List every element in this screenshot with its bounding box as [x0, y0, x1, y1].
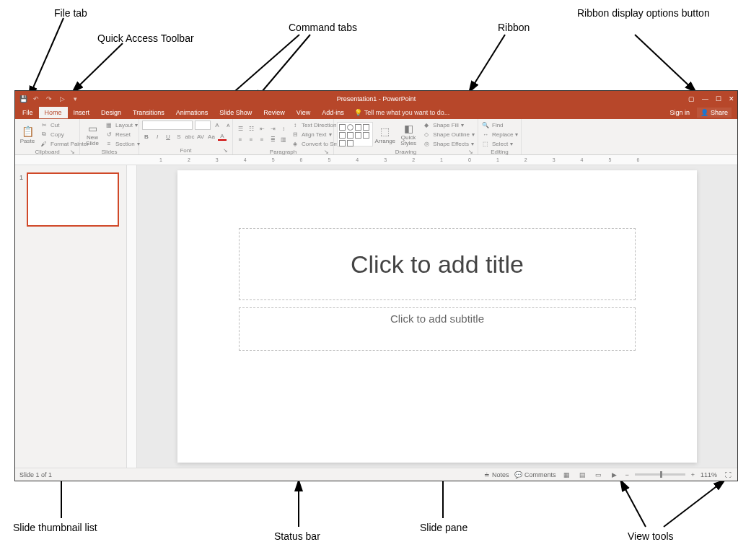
- group-label-font: Font↘: [142, 146, 229, 154]
- save-icon[interactable]: 💾: [19, 95, 27, 103]
- lightbulb-icon: 💡: [354, 109, 362, 116]
- tab-transitions[interactable]: Transitions: [127, 107, 170, 118]
- subtitle-placeholder[interactable]: Click to add subtitle: [239, 307, 636, 351]
- paste-button[interactable]: 📋 Paste: [18, 125, 37, 144]
- undo-icon[interactable]: ↶: [32, 95, 40, 103]
- reading-view-icon[interactable]: ▭: [593, 471, 603, 479]
- paste-label: Paste: [20, 138, 35, 144]
- redo-icon[interactable]: ↷: [45, 95, 53, 103]
- dialog-launcher-paragraph[interactable]: ↘: [323, 149, 329, 155]
- start-slideshow-icon[interactable]: ▷: [58, 95, 66, 103]
- notes-button[interactable]: ≐ Notes: [484, 471, 509, 478]
- align-center-button[interactable]: ≡: [247, 136, 255, 144]
- group-label-editing: Editing: [481, 148, 518, 156]
- normal-view-icon[interactable]: ▦: [561, 471, 571, 479]
- tab-file[interactable]: File: [18, 107, 39, 118]
- status-bar: Slide 1 of 1 ≐ Notes 💬 Comments ▦ ▤ ▭ ▶ …: [15, 468, 737, 481]
- spacing-button[interactable]: AV: [196, 132, 205, 141]
- decrease-font-icon[interactable]: ᴀ: [224, 121, 232, 130]
- group-label-slides: Slides: [83, 148, 136, 156]
- slide-pane[interactable]: Click to add title Click to add subtitle: [137, 165, 737, 468]
- font-size-combo[interactable]: [195, 121, 211, 130]
- find-button[interactable]: 🔍Find: [481, 121, 518, 129]
- tell-me-search[interactable]: 💡 Tell me what you want to do...: [354, 109, 450, 116]
- slide-canvas[interactable]: Click to add title Click to add subtitle: [177, 170, 697, 463]
- columns-button[interactable]: ▥: [279, 136, 288, 144]
- tab-design[interactable]: Design: [95, 107, 127, 118]
- indent-inc-button[interactable]: ⇥: [268, 125, 277, 134]
- cut-icon: ✂: [40, 121, 48, 129]
- svg-line-5: [635, 35, 696, 92]
- app-window: 💾 ↶ ↷ ▷ ▾ Presentation1 - PowerPoint ▢ —…: [14, 90, 738, 481]
- bold-button[interactable]: B: [142, 132, 151, 141]
- shape-effects-button[interactable]: ◎Shape Effects ▾: [422, 139, 475, 148]
- copy-icon: ⧉: [40, 130, 48, 139]
- zoom-level[interactable]: 111%: [701, 471, 717, 478]
- reset-button[interactable]: ↺Reset: [105, 130, 140, 139]
- shape-outline-button[interactable]: ◇Shape Outline ▾: [422, 130, 475, 139]
- quick-styles-icon: ◧: [402, 122, 415, 135]
- qat-customize-icon[interactable]: ▾: [71, 95, 79, 103]
- title-placeholder[interactable]: Click to add title: [239, 228, 636, 300]
- justify-button[interactable]: ≣: [268, 136, 277, 144]
- align-right-button[interactable]: ≡: [258, 136, 266, 144]
- section-icon: ≡: [105, 139, 113, 148]
- minimize-icon[interactable]: —: [702, 95, 708, 102]
- horizontal-ruler: 123456543210123456: [15, 155, 737, 165]
- layout-button[interactable]: ▦Layout ▾: [105, 121, 140, 129]
- tab-review[interactable]: Review: [258, 107, 291, 118]
- slideshow-view-icon[interactable]: ▶: [609, 471, 619, 479]
- shape-fill-button[interactable]: ◆Shape Fill ▾: [422, 121, 475, 129]
- ribbon-tabs: File Home Insert Design Transitions Anim…: [15, 106, 737, 119]
- fit-to-window-icon[interactable]: ⛶: [723, 471, 733, 479]
- find-icon: 🔍: [481, 121, 490, 129]
- signin-link[interactable]: Sign in: [669, 109, 690, 116]
- bullets-button[interactable]: ☰: [236, 125, 245, 134]
- ribbon-display-options-icon[interactable]: ▢: [688, 95, 695, 102]
- svg-line-0: [29, 18, 63, 97]
- arrange-button[interactable]: ⬚Arrange: [376, 125, 395, 144]
- slide-thumbnail[interactable]: 1: [27, 172, 119, 227]
- shapes-gallery[interactable]: [337, 122, 373, 146]
- case-button[interactable]: Aa: [207, 132, 216, 141]
- reset-icon: ↺: [105, 130, 113, 139]
- tab-animations[interactable]: Animations: [170, 107, 214, 118]
- section-button[interactable]: ≡Section ▾: [105, 139, 140, 148]
- quick-styles-button[interactable]: ◧Quick Styles: [398, 122, 419, 146]
- tab-insert[interactable]: Insert: [68, 107, 96, 118]
- dialog-launcher-font[interactable]: ↘: [222, 148, 228, 154]
- indent-dec-button[interactable]: ⇤: [258, 125, 266, 134]
- share-button[interactable]: 👤 Share: [697, 108, 732, 118]
- dialog-launcher-drawing[interactable]: ↘: [467, 149, 473, 155]
- new-slide-button[interactable]: ▭ New Slide: [83, 122, 102, 146]
- shadow-button[interactable]: S: [175, 132, 183, 141]
- maximize-icon[interactable]: ☐: [716, 95, 721, 102]
- zoom-in-button[interactable]: +: [691, 471, 695, 478]
- line-spacing-button[interactable]: ↕: [279, 125, 288, 134]
- tab-view[interactable]: View: [291, 107, 316, 118]
- tab-addins[interactable]: Add-ins: [316, 107, 350, 118]
- sorter-view-icon[interactable]: ▤: [577, 471, 587, 479]
- tab-home[interactable]: Home: [39, 107, 68, 118]
- zoom-slider[interactable]: [635, 473, 685, 476]
- svg-line-13: [620, 480, 646, 527]
- numbering-button[interactable]: ☷: [247, 125, 255, 134]
- close-icon[interactable]: ✕: [729, 95, 734, 102]
- vertical-ruler: [127, 165, 137, 468]
- dialog-launcher-clipboard[interactable]: ↘: [69, 149, 75, 155]
- italic-button[interactable]: I: [153, 132, 162, 141]
- align-text-icon: ⊟: [291, 130, 299, 139]
- increase-font-icon[interactable]: A: [213, 121, 221, 130]
- select-button[interactable]: ⬚Select ▾: [481, 139, 518, 148]
- underline-button[interactable]: U: [164, 132, 172, 141]
- comments-button[interactable]: 💬 Comments: [514, 471, 555, 478]
- slide-thumbnail-list[interactable]: 1: [15, 165, 127, 468]
- zoom-out-button[interactable]: −: [625, 471, 628, 478]
- align-left-button[interactable]: ≡: [236, 136, 245, 144]
- replace-button[interactable]: ↔Replace ▾: [481, 130, 518, 139]
- strike-button[interactable]: abc: [185, 132, 194, 141]
- tab-slideshow[interactable]: Slide Show: [214, 107, 258, 118]
- font-family-combo[interactable]: [142, 121, 193, 130]
- font-color-button[interactable]: A: [218, 132, 227, 141]
- share-label: Share: [711, 109, 728, 116]
